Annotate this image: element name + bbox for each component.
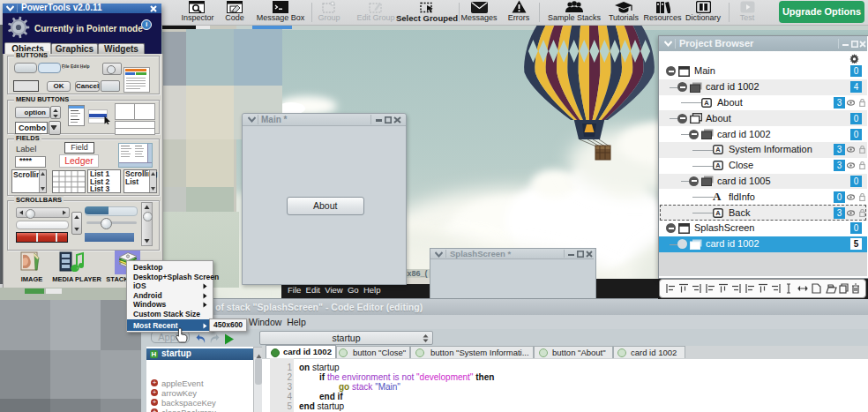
- svg-text:A: A: [715, 162, 721, 170]
- svg-text:A: A: [715, 146, 721, 154]
- svg-text:A: A: [704, 99, 709, 107]
- svg-text:A: A: [715, 209, 721, 217]
